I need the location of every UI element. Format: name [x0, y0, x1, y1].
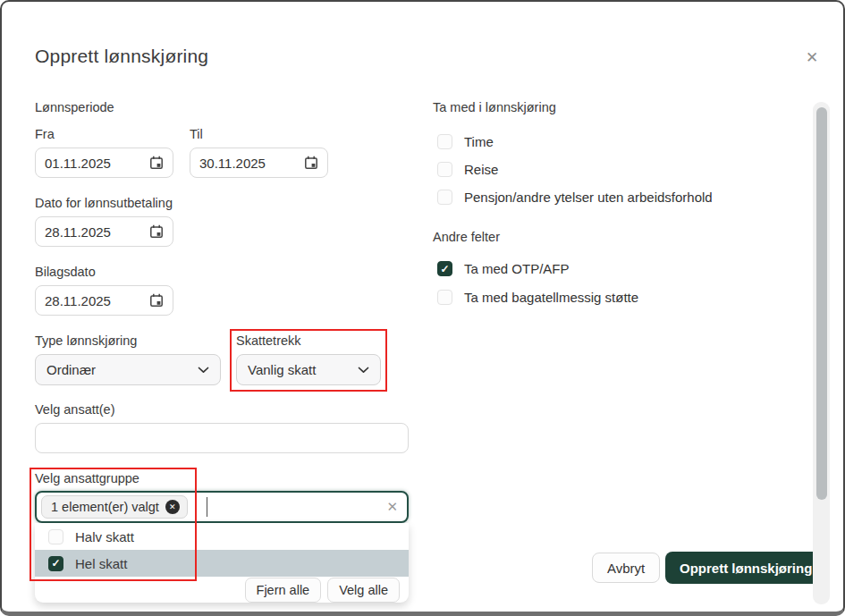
submit-button[interactable]: Opprett lønnskjøring: [665, 552, 826, 584]
fra-date-input[interactable]: 01.11.2025: [35, 148, 173, 178]
skattetrekk-value: Vanlig skatt: [248, 362, 358, 377]
fra-label: Fra: [35, 127, 55, 141]
checkbox-label: Pensjon/andre ytelser uten arbeidsforhol…: [464, 190, 713, 205]
checkbox-label: Ta med OTP/AFP: [464, 261, 570, 276]
til-date-value: 30.11.2025: [199, 156, 304, 171]
checkbox-label: Ta med bagatellmessig støtte: [464, 290, 638, 305]
velg-ansatte-input[interactable]: [35, 423, 409, 453]
checkbox-unchecked-icon[interactable]: [437, 190, 452, 205]
ansattgruppe-dropdown: Halv skatt ✓ Hel skatt Fjern alle Velg a…: [35, 523, 409, 603]
payout-date-value: 28.11.2025: [45, 224, 149, 240]
velg-ansattgruppe-label: Velg ansattgruppe: [35, 471, 139, 485]
velg-alle-button[interactable]: Velg alle: [327, 578, 400, 603]
checkbox-row-time[interactable]: Time: [437, 134, 494, 149]
skattetrekk-label: Skattetrekk: [236, 333, 301, 348]
bilagsdato-value: 28.11.2025: [45, 293, 149, 308]
create-payroll-modal: Opprett lønnskjøring ✕ Lønnsperiode Fra …: [0, 0, 845, 616]
close-icon[interactable]: ✕: [806, 48, 818, 67]
type-lonnskjoring-value: Ordinær: [46, 362, 198, 377]
option-hel-skatt[interactable]: ✓ Hel skatt: [35, 550, 409, 577]
skattetrekk-select[interactable]: Vanlig skatt: [236, 354, 381, 385]
checkbox-checked-icon[interactable]: ✓: [437, 261, 452, 276]
chip-label: 1 element(er) valgt: [51, 500, 159, 514]
option-halv-skatt[interactable]: Halv skatt: [35, 523, 409, 550]
bilagsdato-label: Bilagsdato: [35, 265, 96, 279]
payout-date-label: Dato for lønnsutbetaling: [35, 196, 173, 210]
option-label: Halv skatt: [75, 529, 134, 544]
fra-date-value: 01.11.2025: [45, 156, 149, 171]
checkbox-checked-icon[interactable]: ✓: [48, 556, 63, 571]
checkbox-row-bagatellmessig[interactable]: Ta med bagatellmessig støtte: [437, 290, 638, 305]
cancel-button[interactable]: Avbryt: [592, 553, 660, 583]
option-label: Hel skatt: [75, 556, 127, 571]
dropdown-footer: Fjern alle Velg alle: [35, 577, 409, 603]
checkbox-label: Reise: [464, 162, 498, 177]
selected-count-chip: 1 element(er) valgt ✕: [41, 495, 188, 519]
checkbox-row-reise[interactable]: Reise: [437, 162, 498, 177]
lonnsperiode-section-label: Lønnsperiode: [35, 100, 114, 114]
text-cursor: [207, 497, 208, 517]
til-date-input[interactable]: 30.11.2025: [190, 148, 328, 178]
checkbox-label: Time: [464, 134, 494, 149]
other-fields-heading: Andre felter: [433, 230, 500, 244]
bilagsdato-input[interactable]: 28.11.2025: [35, 285, 173, 316]
velg-ansatte-label: Velg ansatt(e): [35, 402, 114, 417]
ansattgruppe-multiselect[interactable]: 1 element(er) valgt ✕ ✕: [35, 491, 409, 523]
checkbox-unchecked-icon[interactable]: [48, 529, 63, 544]
calendar-icon[interactable]: [304, 156, 318, 170]
til-label: Til: [190, 127, 203, 141]
calendar-icon[interactable]: [149, 293, 164, 308]
chip-remove-icon[interactable]: ✕: [165, 500, 180, 514]
checkbox-unchecked-icon[interactable]: [437, 134, 452, 149]
calendar-icon[interactable]: [149, 224, 164, 239]
chevron-down-icon: [198, 367, 209, 374]
calendar-icon[interactable]: [149, 156, 164, 170]
fjern-alle-button[interactable]: Fjern alle: [245, 578, 322, 603]
checkbox-row-pensjon[interactable]: Pensjon/andre ytelser uten arbeidsforhol…: [437, 190, 713, 205]
type-lonnskjoring-select[interactable]: Ordinær: [35, 354, 221, 385]
checkbox-row-otp-afp[interactable]: ✓ Ta med OTP/AFP: [437, 261, 570, 276]
checkbox-unchecked-icon[interactable]: [437, 162, 452, 177]
chevron-down-icon: [358, 367, 369, 374]
type-lonnskjoring-label: Type lønnskjøring: [35, 333, 137, 348]
clear-icon[interactable]: ✕: [386, 499, 398, 515]
modal-title: Opprett lønnskjøring: [35, 46, 208, 67]
scrollbar-thumb[interactable]: [816, 107, 827, 500]
checkbox-unchecked-icon[interactable]: [437, 290, 452, 305]
include-section-heading: Ta med i lønnskjøring: [433, 100, 556, 114]
payout-date-input[interactable]: 28.11.2025: [35, 216, 173, 247]
